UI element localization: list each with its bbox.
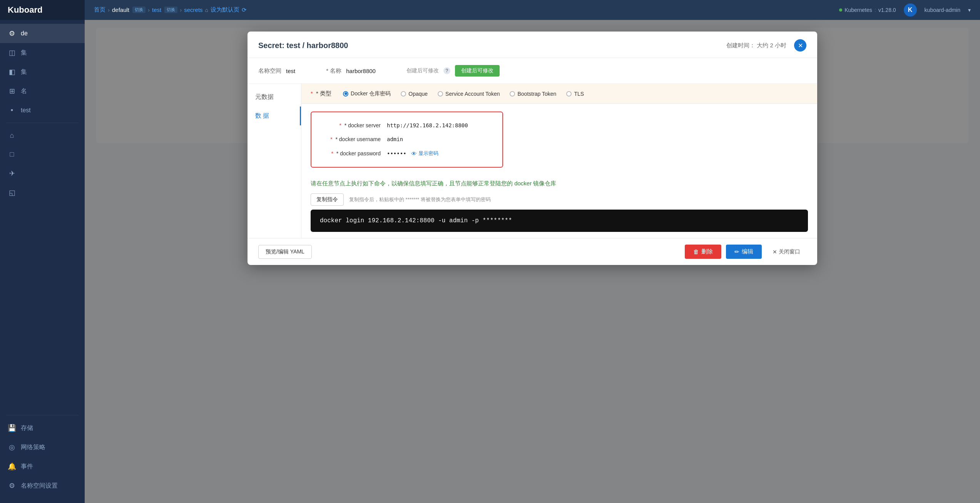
radio-tls-label: TLS (574, 91, 584, 97)
username[interactable]: kuboard-admin (925, 7, 960, 13)
docker-password-label: * * docker password (319, 150, 381, 157)
radio-service-account[interactable]: Service Account Token (438, 91, 500, 97)
breadcrumb: 首页 › default 切换 › test 切换 › secrets ⌂ 设为… (94, 6, 839, 13)
radio-docker[interactable]: Docker 仓库密码 (343, 90, 391, 97)
name-label: * 名称 (326, 67, 341, 75)
sidebar-item-test[interactable]: ▪ test (0, 101, 85, 120)
ji2-icon: ◧ (8, 68, 16, 76)
user-avatar[interactable]: K (904, 3, 917, 17)
sidebar-item-label: 事件 (21, 463, 33, 471)
breadcrumb-set-default[interactable]: 设为默认页 (211, 6, 239, 13)
main-content: Secret: test / harbor8800 创建时间： 大约 2 小时 … (85, 20, 980, 503)
tab-metadata[interactable]: 元数据 (248, 88, 301, 107)
secret-modal: Secret: test / harbor8800 创建时间： 大约 2 小时 … (248, 32, 817, 265)
sidebar-logo[interactable]: Kuboard (0, 0, 85, 20)
sidebar-item-ji2[interactable]: ◧ 集 (0, 62, 85, 82)
sidebar-item-network[interactable]: ◎ 网络策略 (0, 438, 85, 457)
modal-fields-row: 名称空间 test * 名称 harbor8800 创建后可修改 ? 创建后可修… (248, 58, 817, 84)
radio-tls-circle (566, 91, 572, 97)
modify-label: 创建后可修改 (406, 67, 439, 74)
breadcrumb-sep1: › (108, 7, 110, 13)
test-icon: ▪ (8, 106, 16, 114)
radio-bootstrap[interactable]: Bootstrap Token (510, 91, 556, 97)
edit-button[interactable]: ✏ 编辑 (726, 245, 762, 259)
send-icon: ✈ (8, 169, 16, 178)
type-label-text: * 类型 (316, 90, 331, 97)
tab-data[interactable]: 数 据 (248, 107, 301, 125)
docker-username-value: admin (387, 136, 403, 142)
breadcrumb-home[interactable]: 首页 (94, 6, 105, 13)
radio-docker-label: Docker 仓库密码 (351, 90, 391, 97)
sidebar-item-de[interactable]: ⚙ de (0, 24, 85, 43)
namespace-value: test (286, 68, 295, 74)
modal-footer: 预览/编辑 YAML 🗑 删除 ✏ 编辑 ✕ 关闭窗口 (248, 238, 817, 265)
sidebar-item-ji1[interactable]: ◫ 集 (0, 43, 85, 62)
docker-server-label: * * docker server (319, 122, 381, 128)
modal-close-button[interactable]: ✕ (794, 39, 806, 52)
docker-form: * * docker server http://192.168.2.142:8… (311, 112, 503, 168)
radio-tls[interactable]: TLS (566, 91, 584, 97)
modal-created: 创建时间： 大约 2 小时 (726, 42, 786, 49)
sidebar: Kuboard ⚙ de ◫ 集 ◧ 集 ⊞ 名 ▪ test ⌂ □ (0, 0, 85, 503)
breadcrumb-default-tag[interactable]: 切换 (132, 7, 145, 13)
show-password-button[interactable]: 👁 显示密码 (411, 150, 438, 157)
sidebar-item-send[interactable]: ✈ (0, 164, 85, 183)
help-icon[interactable]: ? (443, 67, 450, 74)
radio-opaque[interactable]: Opaque (401, 91, 428, 97)
docker-username-row: * * docker username admin (319, 132, 495, 146)
breadcrumb-test[interactable]: test (152, 7, 161, 13)
box-icon: ◱ (8, 188, 16, 197)
docker-username-label: * * docker username (319, 136, 381, 142)
docker-server-row: * * docker server http://192.168.2.142:8… (319, 118, 495, 132)
breadcrumb-secrets[interactable]: secrets (184, 7, 202, 13)
sidebar-item-folder[interactable]: □ (0, 145, 85, 164)
tab-metadata-label: 元数据 (255, 93, 274, 100)
tab-content: * * 类型 Docker 仓库密码 Opaque (301, 84, 817, 238)
radio-bootstrap-circle (510, 91, 515, 97)
breadcrumb-test-tag[interactable]: 切换 (164, 7, 177, 13)
sidebar-item-label: 集 (21, 49, 27, 57)
home-icon: ⌂ (8, 132, 16, 140)
app-name: Kuboard (8, 5, 42, 15)
gear-icon: ⚙ (8, 481, 16, 490)
close-window-label: 关闭窗口 (779, 248, 800, 255)
breadcrumb-refresh-icon[interactable]: ⟳ (242, 7, 247, 13)
docker-server-value: http://192.168.2.142:8800 (387, 122, 468, 128)
sidebar-item-storage[interactable]: 💾 存储 (0, 418, 85, 438)
sidebar-item-label: 存储 (21, 424, 33, 432)
sidebar-item-label: 集 (21, 68, 27, 76)
type-label: * * 类型 (311, 90, 331, 97)
copy-command-button[interactable]: 复制指令 (311, 193, 344, 206)
docker-password-value-row: •••••• 👁 显示密码 (387, 150, 438, 157)
radio-service-account-label: Service Account Token (445, 91, 500, 97)
sidebar-item-ming[interactable]: ⊞ 名 (0, 82, 85, 101)
sidebar-item-events[interactable]: 🔔 事件 (0, 457, 85, 476)
tab-data-label: 数 据 (255, 112, 269, 119)
sidebar-item-home[interactable]: ⌂ (0, 126, 85, 145)
kubernetes-sep: : (875, 7, 876, 13)
delete-button[interactable]: 🗑 删除 (685, 245, 721, 259)
delete-icon: 🗑 (693, 248, 699, 255)
breadcrumb-default[interactable]: default (112, 7, 129, 13)
breadcrumb-home-icon: ⌂ (205, 7, 208, 13)
sidebar-item-label: 网络策略 (21, 443, 45, 451)
user-dropdown-icon[interactable]: ▾ (968, 7, 971, 13)
sidebar-divider-2 (6, 415, 79, 415)
radio-opaque-circle (401, 91, 406, 97)
hint-section: 请在任意节点上执行如下命令，以确保信息填写正确，且节点能够正常登陆您的 dock… (301, 175, 817, 190)
editable-button[interactable]: 创建后可修改 (455, 65, 500, 77)
command-text: docker login 192.168.2.142:8800 -u admin… (320, 217, 512, 224)
modal-body: 元数据 数 据 * * 类型 Docker 仓库 (248, 84, 817, 238)
ji1-icon: ◫ (8, 48, 16, 57)
command-box: docker login 192.168.2.142:8800 -u admin… (311, 210, 808, 232)
type-selector: * * 类型 Docker 仓库密码 Opaque (301, 84, 817, 104)
kubernetes-status-dot (839, 8, 842, 12)
modal-header: Secret: test / harbor8800 创建时间： 大约 2 小时 … (248, 32, 817, 58)
ming-icon: ⊞ (8, 87, 16, 95)
preview-yaml-button[interactable]: 预览/编辑 YAML (258, 245, 312, 259)
close-window-button[interactable]: ✕ 关闭窗口 (766, 245, 806, 259)
name-group: * 名称 harbor8800 (326, 67, 376, 75)
sidebar-item-namespace-settings[interactable]: ⚙ 名称空间设置 (0, 476, 85, 495)
sidebar-item-label: de (21, 30, 28, 37)
sidebar-item-box[interactable]: ◱ (0, 183, 85, 202)
